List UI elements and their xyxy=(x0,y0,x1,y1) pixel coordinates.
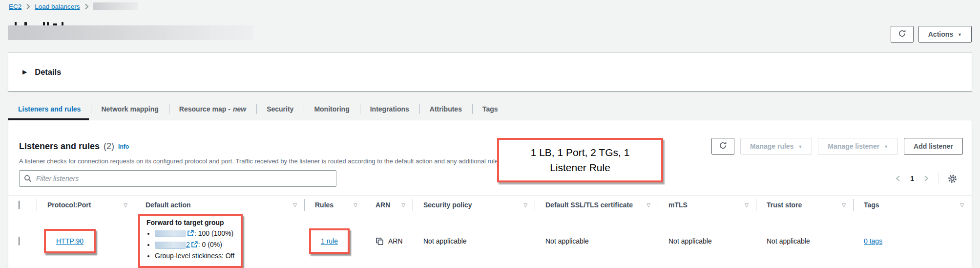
annotation-box-default-action: Forward to target group : 100 (100%) 2: … xyxy=(138,214,243,268)
redacted-page-title-overlay xyxy=(8,25,253,40)
security-policy-cell: Not applicable xyxy=(413,214,535,268)
trust-store-cell: Not applicable xyxy=(756,214,854,268)
sort-icon[interactable]: ▽ xyxy=(960,202,964,207)
select-all-header xyxy=(8,196,37,214)
forward-to-target-group-label: Forward to target group xyxy=(146,219,234,226)
arn-label: ARN xyxy=(388,237,403,245)
panel-title: Listeners and rules xyxy=(19,141,100,152)
listeners-table: Protocol:Port▽ Default action▽ Rules▽ AR… xyxy=(8,195,972,268)
column-header-protocol-port[interactable]: Protocol:Port▽ xyxy=(37,196,135,214)
caret-down-icon: ▼ xyxy=(958,33,962,37)
tab-resource-map[interactable]: Resource map -new xyxy=(169,99,256,120)
panel-buttons: Manage rules ▼ Manage listener ▼ Add lis… xyxy=(711,138,963,155)
next-page-button[interactable] xyxy=(920,172,933,185)
redacted-target-group-2-link[interactable] xyxy=(155,242,186,248)
pagination-divider xyxy=(938,172,939,185)
column-header-arn[interactable]: ARN▽ xyxy=(365,196,413,214)
sort-icon[interactable]: ▽ xyxy=(354,202,357,207)
sort-icon[interactable]: ▽ xyxy=(523,202,527,207)
search-icon xyxy=(24,175,32,182)
breadcrumb-chevron-icon xyxy=(26,3,30,10)
target-group-2-visible-text[interactable]: 2 xyxy=(186,241,190,248)
tab-monitoring[interactable]: Monitoring xyxy=(304,99,359,120)
add-listener-button[interactable]: Add listener xyxy=(904,138,963,155)
target-group-1-item: : 100 (100%) xyxy=(155,228,234,239)
column-header-default-ssl-tls-certificate[interactable]: Default SSL/TLS certificate▽ xyxy=(535,196,658,214)
tags-cell: 0 tags xyxy=(854,214,972,268)
arn-cell: ARN xyxy=(365,214,413,268)
page-number[interactable]: 1 xyxy=(906,175,918,182)
table-refresh-button[interactable] xyxy=(711,138,734,155)
rule-count-link[interactable]: 1 rule xyxy=(321,237,338,245)
gear-icon xyxy=(947,174,958,184)
breadcrumb-chevron-icon xyxy=(84,3,89,10)
external-link-icon[interactable] xyxy=(187,230,194,237)
info-link[interactable]: Info xyxy=(118,143,129,150)
tab-security[interactable]: Security xyxy=(256,99,304,120)
tab-network-mapping[interactable]: Network mapping xyxy=(91,99,168,120)
select-all-checkbox[interactable] xyxy=(19,201,20,209)
chevron-right-icon xyxy=(924,175,929,182)
sort-icon[interactable]: ▽ xyxy=(646,202,650,207)
tab-listeners-and-rules[interactable]: Listeners and rules xyxy=(8,99,91,120)
panel-count: (2) xyxy=(104,141,114,152)
column-header-mtls[interactable]: mTLS▽ xyxy=(658,196,756,214)
panel-description: A listener checks for connection request… xyxy=(19,157,503,165)
pagination: 1 xyxy=(892,171,959,186)
annotation-box-protocol-port: HTTP:90 xyxy=(44,229,96,253)
redacted-target-group-1-link[interactable] xyxy=(155,230,186,237)
caret-down-icon: ▼ xyxy=(798,145,802,149)
tab-bar: Listeners and rules Network mapping Reso… xyxy=(8,99,972,120)
details-expander[interactable]: ▶ Details xyxy=(8,52,972,91)
column-header-tags[interactable]: Tags▽ xyxy=(854,196,972,214)
sort-icon[interactable]: ▽ xyxy=(401,202,405,207)
row-checkbox[interactable] xyxy=(19,237,20,246)
actions-button[interactable]: Actions ▼ xyxy=(918,26,972,43)
caret-down-icon: ▼ xyxy=(884,145,888,149)
listener-http-90-link[interactable]: HTTP:90 xyxy=(56,237,83,245)
expand-triangle-icon: ▶ xyxy=(22,68,27,75)
column-header-trust-store[interactable]: Trust store▽ xyxy=(756,196,854,214)
rules-cell: 1 rule xyxy=(305,214,365,268)
sort-icon[interactable]: ▽ xyxy=(745,202,749,207)
page-header-actions: Actions ▼ xyxy=(891,26,972,43)
refresh-icon xyxy=(719,141,727,151)
row-select-cell xyxy=(8,214,37,268)
protocol-port-cell: HTTP:90 xyxy=(37,214,135,268)
filter-listeners-search xyxy=(19,170,336,187)
sort-icon[interactable]: ▽ xyxy=(842,202,846,207)
manage-listener-button[interactable]: Manage listener ▼ xyxy=(818,138,898,155)
chevron-left-icon xyxy=(896,175,900,182)
table-preferences-button[interactable] xyxy=(945,171,959,186)
breadcrumb-load-balancers-link[interactable]: Load balancers xyxy=(35,3,80,10)
tab-attributes[interactable]: Attributes xyxy=(419,99,472,120)
listeners-panel: Listeners and rules (2) Info A listener … xyxy=(8,120,972,268)
breadcrumb-redacted-name xyxy=(93,2,138,10)
table-header-row: Protocol:Port▽ Default action▽ Rules▽ AR… xyxy=(8,196,972,214)
default-action-cell: Forward to target group : 100 (100%) 2: … xyxy=(135,214,305,268)
refresh-icon xyxy=(898,29,906,39)
copy-arn-icon[interactable] xyxy=(375,237,384,246)
filter-listeners-input[interactable] xyxy=(19,170,336,187)
tags-count-link[interactable]: 0 tags xyxy=(864,237,882,245)
stickiness-item: Group-level stickiness: Off xyxy=(155,250,234,262)
annotation-box-rules: 1 rule xyxy=(309,228,350,254)
annotation-note: 1 LB, 1 Port, 2 TGs, 1 Listener Rule xyxy=(497,138,663,182)
sort-icon[interactable]: ▽ xyxy=(124,202,127,207)
breadcrumb: EC2 Load balancers xyxy=(9,2,138,10)
external-link-icon[interactable] xyxy=(191,241,198,248)
column-header-default-action[interactable]: Default action▽ xyxy=(135,196,305,214)
column-header-security-policy[interactable]: Security policy▽ xyxy=(413,196,535,214)
breadcrumb-ec2-link[interactable]: EC2 xyxy=(9,3,21,10)
mtls-cell: Not applicable xyxy=(658,214,756,268)
listener-row: HTTP:90 Forward to target group : 100 (1… xyxy=(8,214,972,268)
default-ssl-cert-cell: Not applicable xyxy=(535,214,658,268)
tab-integrations[interactable]: Integrations xyxy=(360,99,419,120)
details-title: Details xyxy=(35,67,61,77)
manage-rules-button[interactable]: Manage rules ▼ xyxy=(740,138,812,155)
column-header-rules[interactable]: Rules▽ xyxy=(305,196,365,214)
tab-tags[interactable]: Tags xyxy=(472,99,508,120)
sort-icon[interactable]: ▽ xyxy=(293,202,297,207)
previous-page-button[interactable] xyxy=(892,172,904,185)
page-refresh-button[interactable] xyxy=(891,26,914,43)
